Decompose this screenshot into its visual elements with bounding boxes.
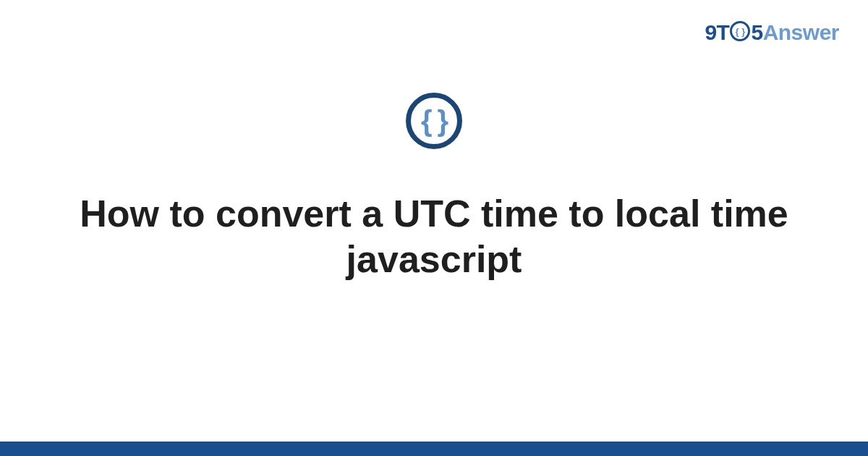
logo-text-5: 5 <box>751 20 762 45</box>
logo-text-answer: Answer <box>763 20 839 45</box>
badge-glyph: { } <box>421 106 447 135</box>
footer-bar <box>0 442 868 456</box>
logo-text-9t: 9T <box>705 20 729 45</box>
site-logo: 9T { } 5 Answer <box>705 20 839 45</box>
logo-o-icon: { } <box>730 21 750 41</box>
page-title: How to convert a UTC time to local time … <box>72 191 796 283</box>
content-center: { } How to convert a UTC time to local t… <box>0 93 868 283</box>
code-braces-icon: { } <box>406 93 462 149</box>
